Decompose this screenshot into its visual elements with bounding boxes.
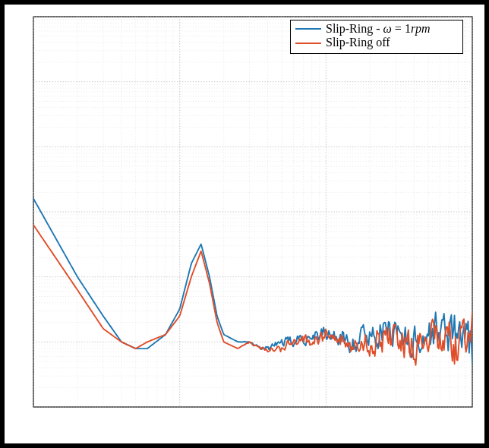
legend-entry-2: Slip-Ring off <box>294 36 459 49</box>
asd-plot <box>5 5 484 443</box>
legend-label-1: Slip-Ring - ω = 1rpm <box>326 22 431 36</box>
legend-entry-1: Slip-Ring - ω = 1rpm <box>294 22 459 36</box>
legend-swatch-1 <box>295 28 321 30</box>
legend: Slip-Ring - ω = 1rpm Slip-Ring off <box>290 20 463 54</box>
legend-swatch-2 <box>295 43 321 44</box>
legend-label-2: Slip-Ring off <box>326 36 390 49</box>
